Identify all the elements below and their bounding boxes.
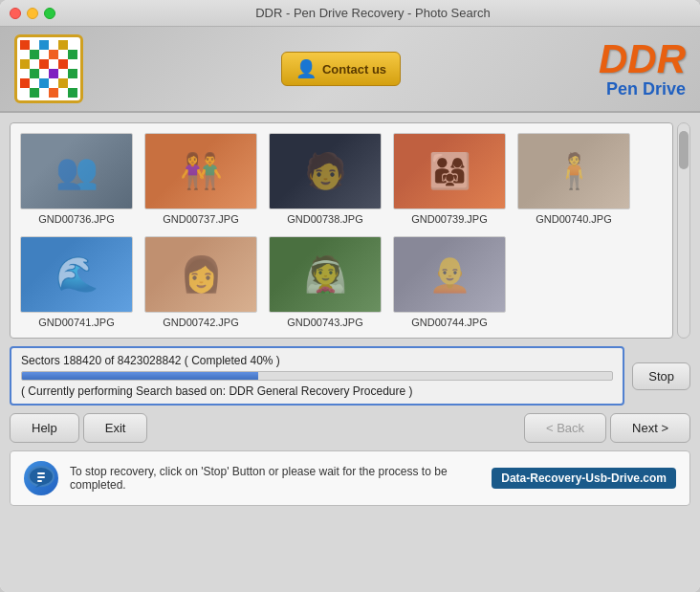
sectors-status: Sectors 188420 of 8423028842 ( Completed… (21, 354, 613, 367)
info-message: To stop recovery, click on 'Stop' Button… (70, 465, 480, 492)
photo-grid: 👥 GND00736.JPG 👫 GND00737.JPG 🧑 (10, 122, 673, 339)
photo-label-742: GND00742.JPG (163, 317, 238, 328)
photo-thumb-740: 🧍 (517, 133, 630, 209)
photo-label-744: GND00744.JPG (411, 317, 487, 328)
contact-icon: 👤 (295, 58, 317, 79)
photo-thumb-741: 🌊 (20, 236, 133, 313)
checkerboard-icon (20, 40, 77, 98)
photo-thumb-738: 🧑 (269, 133, 382, 209)
contact-button[interactable]: 👤 Contact us (281, 52, 401, 86)
scrollbar[interactable] (677, 122, 690, 339)
photo-thumb-737: 👫 (144, 133, 257, 209)
photo-label-743: GND00743.JPG (287, 317, 362, 328)
chat-icon (26, 463, 56, 493)
photo-label-740: GND00740.JPG (536, 213, 611, 225)
svg-rect-2 (37, 472, 45, 474)
photo-row-2: 🌊 GND00741.JPG 👩 GND00742.JPG 👰 (20, 236, 663, 328)
photo-image-738: 🧑 (270, 134, 381, 208)
brand-name: DDR (599, 39, 686, 79)
photo-item-741[interactable]: 🌊 GND00741.JPG (20, 236, 133, 328)
svg-rect-4 (37, 480, 42, 482)
photo-thumb-744: 🧑‍🦲 (393, 236, 506, 313)
stop-button[interactable]: Stop (632, 362, 690, 390)
photo-item-743[interactable]: 👰 GND00743.JPG (269, 236, 382, 328)
photo-item-744[interactable]: 🧑‍🦲 GND00744.JPG (393, 236, 506, 328)
photo-item-742[interactable]: 👩 GND00742.JPG (144, 236, 257, 328)
photo-item-739[interactable]: 👨‍👩‍👧 GND00739.JPG (393, 133, 506, 225)
photo-row-1: 👥 GND00736.JPG 👫 GND00737.JPG 🧑 (20, 133, 663, 225)
app-logo (14, 34, 83, 103)
photo-thumb-739: 👨‍👩‍👧 (393, 133, 506, 209)
progress-bar-container (21, 371, 613, 381)
status-bar: Sectors 188420 of 8423028842 ( Completed… (10, 346, 624, 406)
photo-image-742: 👩 (145, 237, 256, 312)
scrollbar-track[interactable] (677, 122, 690, 339)
progress-bar-fill (22, 372, 258, 380)
photo-image-737: 👫 (145, 134, 256, 208)
exit-button[interactable]: Exit (83, 413, 148, 443)
maximize-button[interactable] (44, 8, 55, 19)
info-icon (24, 461, 58, 495)
photo-image-744: 🧑‍🦲 (394, 237, 505, 312)
traffic-lights (10, 8, 55, 19)
contact-label: Contact us (322, 62, 386, 77)
photo-item-737[interactable]: 👫 GND00737.JPG (144, 133, 257, 225)
photo-image-736: 👥 (21, 134, 132, 208)
svg-rect-3 (37, 476, 45, 478)
photo-label-736: GND00736.JPG (38, 213, 114, 225)
brand-subtitle: Pen Drive (599, 79, 686, 99)
search-status: ( Currently performing Search based on: … (21, 384, 613, 398)
photo-item-740[interactable]: 🧍 GND00740.JPG (517, 133, 630, 225)
photo-item-736[interactable]: 👥 GND00736.JPG (20, 133, 133, 225)
photo-thumb-736: 👥 (20, 133, 133, 209)
minimize-button[interactable] (27, 8, 38, 19)
header: 👤 Contact us DDR Pen Drive (0, 27, 700, 113)
photo-label-738: GND00738.JPG (287, 213, 362, 225)
photo-label-737: GND00737.JPG (163, 213, 238, 225)
photo-image-739: 👨‍👩‍👧 (394, 134, 505, 208)
next-button[interactable]: Next > (610, 413, 690, 443)
photo-thumb-742: 👩 (144, 236, 257, 313)
nav-row: Help Exit < Back Next > (10, 413, 690, 443)
photo-grid-wrapper: 👥 GND00736.JPG 👫 GND00737.JPG 🧑 (10, 122, 690, 339)
photo-thumb-743: 👰 (269, 236, 382, 313)
photo-label-741: GND00741.JPG (38, 317, 114, 328)
scrollbar-thumb[interactable] (679, 131, 689, 169)
help-button[interactable]: Help (10, 413, 79, 443)
close-button[interactable] (10, 8, 21, 19)
back-button[interactable]: < Back (524, 413, 606, 443)
info-panel: To stop recovery, click on 'Stop' Button… (10, 450, 690, 506)
main-window: DDR - Pen Drive Recovery - Photo Search … (0, 0, 700, 592)
website-badge: Data-Recovery-Usb-Drive.com (492, 468, 676, 489)
photo-label-739: GND00739.JPG (411, 213, 487, 225)
photo-image-740: 🧍 (518, 134, 629, 208)
brand-area: DDR Pen Drive (599, 39, 686, 99)
photo-image-741: 🌊 (21, 237, 132, 312)
photo-image-743: 👰 (270, 237, 381, 312)
title-bar: DDR - Pen Drive Recovery - Photo Search (0, 0, 700, 27)
window-title: DDR - Pen Drive Recovery - Photo Search (55, 6, 690, 20)
photo-item-738[interactable]: 🧑 GND00738.JPG (269, 133, 382, 225)
main-content: 👥 GND00736.JPG 👫 GND00737.JPG 🧑 (0, 113, 700, 592)
